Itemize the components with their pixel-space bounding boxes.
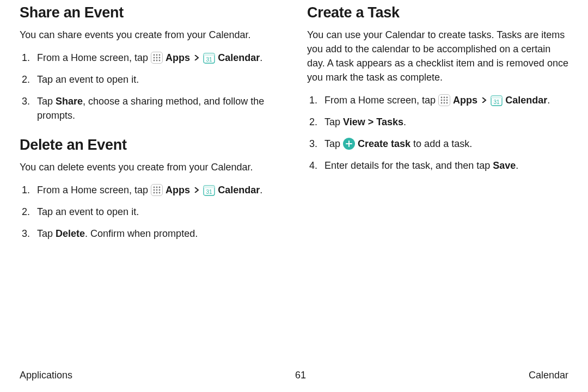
list-item: Tap an event to open it. (20, 205, 281, 219)
step-text: Enter details for the task, and then tap (324, 160, 493, 171)
svg-point-32 (446, 102, 448, 104)
svg-point-15 (154, 189, 155, 191)
svg-text:31: 31 (494, 99, 500, 105)
svg-rect-10 (204, 53, 215, 56)
svg-point-12 (154, 187, 155, 188)
delete-event-lead: You can delete events you create from yo… (20, 160, 281, 174)
calendar-label: Calendar (505, 95, 547, 106)
list-item: From a Home screen, tap Apps 31 Calendar… (20, 51, 281, 65)
svg-point-17 (159, 189, 161, 191)
left-column: Share an Event You can share events you … (20, 4, 281, 365)
svg-rect-22 (204, 186, 215, 188)
view-label: View (343, 117, 365, 127)
svg-point-14 (159, 187, 161, 188)
list-item: Tap Share, choose a sharing method, and … (20, 94, 281, 122)
share-event-heading: Share an Event (20, 4, 281, 21)
period: . (403, 117, 406, 127)
delete-event-section: Delete an Event You can delete events yo… (20, 137, 281, 241)
step-text: Tap (324, 117, 343, 127)
footer-right: Calendar (529, 370, 568, 381)
step-text: Tap (37, 96, 56, 107)
calendar-label: Calendar (218, 185, 260, 195)
calendar-label: Calendar (218, 52, 260, 63)
right-column: Create a Task You can use your Calendar … (307, 4, 568, 365)
share-event-steps: From a Home screen, tap Apps 31 Calendar… (20, 51, 281, 122)
svg-point-0 (154, 54, 155, 56)
svg-point-24 (441, 97, 443, 99)
plus-icon (343, 138, 355, 150)
svg-point-30 (441, 102, 443, 104)
list-item: Tap Create task to add a task. (307, 137, 568, 151)
svg-point-1 (156, 54, 158, 56)
svg-point-3 (154, 57, 155, 59)
step-text: Tap (324, 138, 343, 149)
svg-point-29 (446, 100, 448, 101)
period: . (260, 185, 262, 195)
apps-label: Apps (166, 185, 190, 195)
apps-icon (151, 52, 163, 64)
save-label: Save (493, 160, 516, 171)
create-task-lead: You can use your Calendar to create task… (307, 28, 568, 84)
step-tail: . (516, 160, 518, 171)
calendar-icon: 31 (203, 52, 215, 64)
svg-point-28 (444, 100, 445, 101)
list-item: Tap an event to open it. (20, 72, 281, 87)
apps-icon (151, 184, 163, 196)
calendar-icon: 31 (203, 184, 215, 196)
apps-icon (438, 94, 450, 106)
list-item: From a Home screen, tap Apps 31 Calendar… (20, 183, 281, 197)
apps-label: Apps (453, 95, 477, 106)
step-text: From a Home screen, tap (324, 95, 438, 106)
create-task-section: Create a Task You can use your Calendar … (307, 4, 568, 173)
period: . (547, 95, 550, 106)
share-label: Share (56, 96, 83, 107)
create-task-heading: Create a Task (307, 4, 568, 21)
step-tail: to add a task. (411, 138, 472, 149)
chevron-separator: > (365, 117, 377, 127)
svg-point-25 (444, 97, 445, 99)
create-task-steps: From a Home screen, tap Apps 31 Calendar… (307, 93, 568, 173)
svg-point-16 (156, 189, 158, 191)
step-tail: . Confirm when prompted. (85, 228, 198, 239)
step-text: From a Home screen, tap (37, 185, 151, 195)
delete-label: Delete (56, 228, 85, 239)
apps-label: Apps (166, 52, 190, 63)
svg-point-26 (446, 97, 448, 99)
share-event-lead: You can share events you create from you… (20, 28, 281, 42)
svg-point-18 (154, 192, 155, 194)
svg-rect-34 (491, 96, 502, 99)
page-footer: Applications 61 Calendar (20, 365, 568, 381)
svg-point-8 (159, 60, 161, 62)
list-item: Enter details for the task, and then tap… (307, 158, 568, 173)
svg-point-20 (159, 192, 161, 194)
svg-point-4 (156, 57, 158, 59)
tasks-label: Tasks (376, 117, 403, 127)
step-text: From a Home screen, tap (37, 52, 151, 63)
svg-point-2 (159, 54, 161, 56)
chevron-right-icon (481, 96, 487, 104)
footer-page-number: 61 (72, 370, 529, 381)
delete-event-heading: Delete an Event (20, 137, 281, 154)
svg-point-13 (156, 187, 158, 188)
chevron-right-icon (194, 54, 199, 62)
list-item: From a Home screen, tap Apps 31 Calendar… (307, 93, 568, 107)
svg-point-19 (156, 192, 158, 194)
svg-text:31: 31 (206, 57, 213, 63)
step-text: Tap (37, 228, 56, 239)
share-event-section: Share an Event You can share events you … (20, 4, 281, 122)
footer-left: Applications (20, 370, 72, 381)
calendar-icon: 31 (491, 94, 503, 106)
list-item: Tap Delete. Confirm when prompted. (20, 226, 281, 241)
chevron-right-icon (194, 186, 199, 194)
svg-point-7 (156, 60, 158, 62)
svg-point-31 (444, 102, 445, 104)
create-task-label: Create task (358, 138, 411, 149)
delete-event-steps: From a Home screen, tap Apps 31 Calendar… (20, 183, 281, 241)
list-item: Tap View > Tasks. (307, 115, 568, 129)
period: . (260, 52, 262, 63)
svg-point-27 (441, 100, 443, 101)
svg-point-5 (159, 57, 161, 59)
svg-text:31: 31 (206, 189, 213, 195)
svg-point-6 (154, 60, 155, 62)
